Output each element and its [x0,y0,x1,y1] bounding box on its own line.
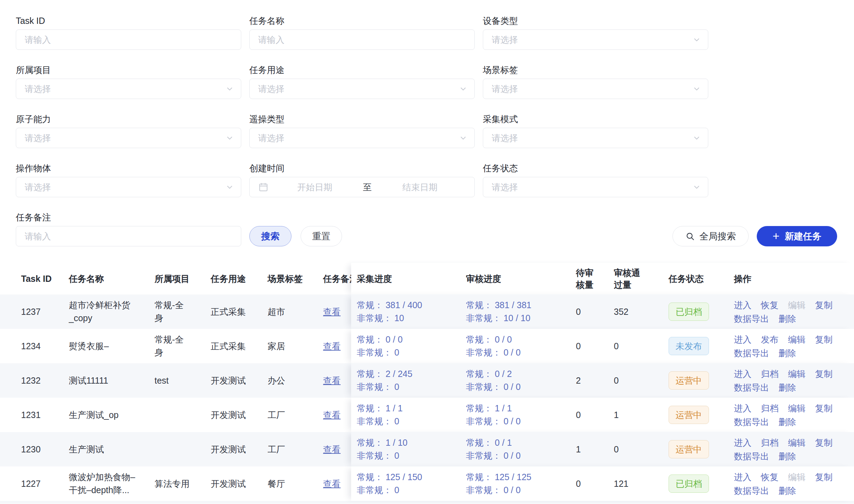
op-link[interactable]: 数据导出 [734,450,769,462]
op-link[interactable]: 编辑 [788,402,806,414]
op-link[interactable]: 复制 [815,437,833,449]
cell-status: 运营中 [669,398,729,432]
task-purpose-select[interactable]: 请选择 [249,79,475,99]
cell-collect-progress: 常规： 1 / 10 非常规： 0 [357,432,463,466]
op-link[interactable]: 复制 [815,471,833,483]
view-remark-link[interactable]: 查看 [323,306,341,318]
op-link[interactable]: 进入 [734,333,751,345]
device-type-select[interactable]: 请选择 [483,29,708,50]
filter-grid: Task ID请输入任务名称请输入设备类型请选择所属项目请选择任务用途请选择场景… [16,16,838,246]
cell-task-id-text: 1227 [21,479,41,489]
cell-name-text: 生产测试_op [69,409,119,422]
cell-task-id: 1231 [21,398,63,432]
filter-label-operation-object: 操作物体 [16,164,241,173]
cell-remark: 查看 [323,398,351,432]
op-link[interactable]: 恢复 [761,471,779,483]
op-link[interactable]: 归档 [761,368,779,380]
view-remark-link[interactable]: 查看 [323,375,341,386]
view-remark-link[interactable]: 查看 [323,340,341,352]
row-right-1237: 常规： 381 / 400 非常规： 10常规： 381 / 381 非常规： … [351,294,854,329]
operations-line-1: 进入归档编辑复制 [734,402,833,414]
reset-button[interactable]: 重置 [301,226,342,246]
operation-object-placeholder: 请选择 [25,181,51,193]
cell-project-text: 算法专用 [155,477,190,490]
op-link[interactable]: 恢复 [761,299,779,311]
filter-label-device-type: 设备类型 [483,16,708,25]
op-link[interactable]: 数据导出 [734,485,769,497]
cell-operations: 进入归档编辑复制数据导出删除 [734,363,852,398]
cell-purpose: 正式采集 [211,329,258,363]
cell-collect-progress-text: 常规： 381 / 400 非常规： 10 [357,299,422,325]
row-right-1227: 常规： 125 / 150 非常规： 0常规： 125 / 125 非常规： 0… [351,466,854,501]
col-remark: 任务备注 [323,263,351,294]
op-link[interactable]: 发布 [761,333,779,345]
cell-review-progress: 常规： 0 / 2 非常规： 0 / 0 [466,363,571,398]
col-approved-text: 审核通 过量 [614,267,640,291]
col-task-id: Task ID [21,263,63,294]
cell-collect-progress-text: 常规： 2 / 245 非常规： 0 [357,367,412,393]
create-time-daterange[interactable]: 开始日期至结束日期 [249,177,475,197]
op-link[interactable]: 进入 [734,299,751,311]
collect-mode-select[interactable]: 请选择 [483,128,708,148]
op-link[interactable]: 编辑 [788,437,806,449]
op-link[interactable]: 删除 [779,313,796,325]
cell-scene-text: 办公 [268,375,285,386]
cell-review-progress-text: 常规： 0 / 2 非常规： 0 / 0 [466,367,521,393]
teleop-type-select[interactable]: 请选择 [249,128,475,148]
col-project-text: 所属项目 [155,273,190,285]
task-status-select[interactable]: 请选择 [483,177,708,197]
cell-purpose-text: 正式采集 [211,306,246,318]
op-link[interactable]: 进入 [734,437,751,449]
cell-task-id: 1227 [21,466,63,501]
op-link[interactable]: 删除 [779,382,796,393]
cell-task-id-text: 1237 [21,307,41,317]
op-link[interactable]: 归档 [761,402,779,414]
op-link[interactable]: 复制 [815,368,833,380]
view-remark-link[interactable]: 查看 [323,478,341,490]
op-link[interactable]: 复制 [815,402,833,414]
op-link[interactable]: 删除 [779,450,796,462]
cell-pending-count-text: 2 [576,376,581,386]
chevron-down-icon [225,183,234,191]
filter-field-task-remark: 任务备注请输入 [16,213,241,246]
op-link[interactable]: 编辑 [788,333,806,345]
op-link[interactable]: 进入 [734,402,751,414]
cell-scene: 家居 [268,329,313,363]
cell-purpose: 开发测试 [211,466,258,501]
op-link[interactable]: 数据导出 [734,347,769,359]
op-link[interactable]: 数据导出 [734,416,769,428]
scene-tag-select[interactable]: 请选择 [483,79,708,99]
cell-operations: 进入恢复编辑复制数据导出删除 [734,466,852,501]
op-link[interactable]: 删除 [779,485,796,497]
atomic-capability-select[interactable]: 请选择 [16,128,241,148]
op-link[interactable]: 归档 [761,437,779,449]
cell-remark: 查看 [323,466,351,501]
cell-name: 生产测试 [69,432,143,466]
op-link[interactable]: 删除 [779,347,796,359]
op-link[interactable]: 数据导出 [734,382,769,393]
scene-tag-placeholder: 请选择 [492,83,518,95]
new-task-button[interactable]: + 新建任务 [757,226,837,246]
op-link[interactable]: 复制 [815,299,833,311]
global-search-button[interactable]: 全局搜索 [672,226,749,246]
op-link[interactable]: 进入 [734,471,751,483]
op-link[interactable]: 编辑 [788,368,806,380]
task-name-input[interactable]: 请输入 [249,29,475,50]
operation-object-select[interactable]: 请选择 [16,177,241,197]
project-select[interactable]: 请选择 [16,79,241,99]
cell-scene-text: 餐厅 [268,478,285,490]
cell-scene: 工厂 [268,432,313,466]
op-link[interactable]: 复制 [815,333,833,345]
search-button[interactable]: 搜索 [249,226,291,246]
task-id-input[interactable]: 请输入 [16,29,241,50]
task-remark-input[interactable]: 请输入 [16,226,241,246]
cell-scene-text: 家居 [268,340,285,352]
cell-project-text: test [155,374,169,387]
create-time-separator: 至 [363,181,372,193]
op-link[interactable]: 进入 [734,368,751,380]
view-remark-link[interactable]: 查看 [323,444,341,455]
op-link[interactable]: 删除 [779,416,796,428]
op-link[interactable]: 数据导出 [734,313,769,325]
view-remark-link[interactable]: 查看 [323,409,341,421]
filter-field-device-type: 设备类型请选择 [483,16,708,50]
